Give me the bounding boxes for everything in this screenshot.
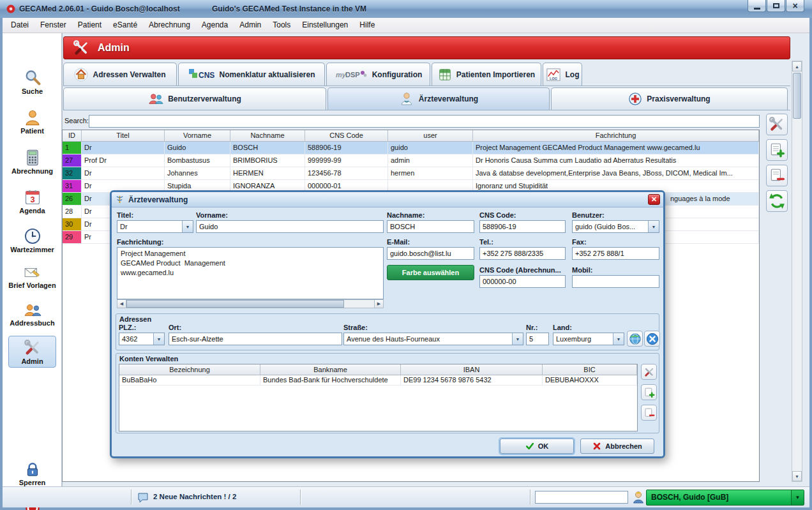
cns-code-field[interactable] [479, 220, 566, 233]
tab-benutzerverwaltung[interactable]: Benutzerverwaltung [63, 87, 326, 110]
fax-label: Fax: [572, 238, 587, 246]
tab-log[interactable]: LOG Log [543, 63, 582, 86]
map-lookup-button[interactable] [627, 331, 643, 347]
titel-select[interactable]: Dr ▼ [117, 220, 193, 233]
scroll-up-button[interactable]: ▲ [792, 61, 802, 71]
menu-patient[interactable]: Patient [72, 18, 107, 33]
sidebar-item-patient[interactable]: Patient [3, 109, 62, 135]
medical-cross-icon [628, 92, 642, 106]
admin-header-banner: Admin [63, 36, 790, 59]
tab-praxisverwaltung[interactable]: Praxisverwaltung [551, 87, 788, 110]
sidebar-item-admin[interactable]: Admin [8, 336, 56, 368]
dialog-close-button[interactable]: ✕ [648, 194, 660, 205]
scroll-left-button[interactable]: ◀ [117, 300, 126, 308]
row-color-badge: 26 [63, 193, 82, 205]
row-color-badge: 1 [63, 142, 82, 154]
remove-doctor-button[interactable] [766, 165, 788, 186]
table-row-hermen[interactable]: 32 Dr Johannes HERMEN 123456-78 hermen J… [63, 167, 759, 180]
tab-aerzteverwaltung[interactable]: Ärzteverwaltung [327, 87, 550, 110]
fachrichtung-textarea[interactable]: Project Management GECAMed Product Manag… [117, 247, 384, 299]
dialog-title: Ärzteverwaltung [128, 195, 188, 204]
statusbar-input[interactable] [535, 491, 628, 504]
land-select[interactable]: Luxemburg ▼ [553, 333, 624, 345]
land-label: Land: [553, 324, 572, 331]
tel-field[interactable] [479, 247, 566, 260]
scrollbar-thumb[interactable] [793, 73, 801, 119]
email-field[interactable] [387, 247, 474, 260]
strasse-select[interactable]: Avenue des Hauts-Fourneaux ▼ [343, 333, 523, 345]
svg-text:CNS: CNS [199, 71, 214, 80]
chevron-down-icon: ▼ [613, 333, 624, 345]
hscrollbar-thumb[interactable] [126, 300, 344, 308]
refresh-doctors-button[interactable] [766, 190, 788, 212]
row-color-badge: 31 [63, 180, 82, 192]
mobil-field[interactable] [572, 275, 659, 288]
nr-field[interactable] [526, 333, 549, 345]
table-row-brimborius[interactable]: 27 Prof Dr Bombastusus BRIMBORIUS 999999… [63, 154, 759, 167]
konto-row[interactable]: BuBaBaHo Bundes Bad-Bank für Hochverschu… [119, 375, 637, 386]
menu-einstellungen[interactable]: Einstellungen [296, 18, 354, 33]
menu-tools[interactable]: Tools [267, 18, 296, 33]
search-label: Search: [64, 117, 89, 124]
fachrichtung-hscrollbar: ◀ ▶ [117, 299, 384, 308]
ok-button[interactable]: OK [500, 439, 574, 454]
cns-abrechnung-field[interactable] [479, 275, 566, 288]
ort-field[interactable] [169, 333, 342, 345]
menu-abrechnung[interactable]: Abrechnung [143, 18, 196, 33]
remove-konto-button[interactable] [641, 405, 657, 421]
konten-group: Konten Verwalten Bezeichnung Bankname IB… [116, 353, 659, 433]
menu-agenda[interactable]: Agenda [196, 18, 234, 33]
sidebar-item-abrechnung[interactable]: Abrechnung [3, 149, 62, 175]
edit-doctor-button[interactable] [766, 114, 788, 135]
menu-datei[interactable]: Datei [5, 18, 34, 33]
titel-label: Titel: [117, 211, 133, 219]
add-konto-button[interactable] [641, 384, 657, 400]
nachname-field[interactable] [387, 220, 474, 233]
abbrechen-button[interactable]: Abbrechen [580, 439, 654, 454]
fax-field[interactable] [572, 247, 659, 260]
tab-cns-nomenklatur[interactable]: CNS Nomenklatur aktualisieren [178, 63, 325, 86]
letter-icon [24, 264, 41, 281]
tab-adressen-verwalten[interactable]: Adressen Verwalten [63, 63, 177, 86]
scroll-right-button[interactable]: ▶ [374, 300, 383, 308]
add-icon [643, 387, 655, 398]
search-input[interactable] [89, 115, 760, 128]
edit-konto-button[interactable] [641, 364, 657, 380]
menu-admin[interactable]: Admin [234, 18, 267, 33]
benutzer-select[interactable]: guido (Guido Bos... ▼ [572, 220, 659, 233]
sidebar-item-brief-vorlagen[interactable]: Brief Vorlagen [3, 264, 62, 289]
sidebar-item-sperren[interactable]: Sperren [3, 461, 62, 486]
statusbar: 2 Neue Nachrichten ! / 2 BOSCH, Guido [G… [3, 486, 809, 507]
refresh-icon [769, 193, 785, 209]
maximize-button[interactable] [767, 0, 785, 12]
maximize-icon [773, 3, 779, 8]
tab-patienten-importieren[interactable]: Patienten Importieren [432, 63, 541, 86]
menu-hilfe[interactable]: Hilfe [354, 18, 380, 33]
plz-select[interactable]: 4362 ▼ [119, 333, 165, 345]
wrench-screwdriver-icon [769, 116, 785, 133]
new-messages-status[interactable]: 2 Neue Nachrichten ! / 2 [153, 493, 236, 500]
menu-esante[interactable]: eSanté [107, 18, 143, 33]
konten-table-header: Bezeichnung Bankname IBAN BIC [119, 364, 637, 375]
row-color-badge: 32 [63, 167, 82, 179]
vorname-field[interactable] [196, 220, 384, 233]
menu-fenster[interactable]: Fenster [34, 18, 72, 33]
close-button[interactable]: × [786, 0, 804, 12]
sidebar-item-wartezimmer[interactable]: Wartezimmer [3, 227, 62, 253]
gecamed-logo-icon [6, 4, 16, 14]
current-user-select[interactable]: BOSCH, Guido [GuB] ▼ [646, 490, 804, 506]
tab-mydsp-konfiguration[interactable]: my DSP Konfiguration [326, 63, 430, 86]
sidebar-item-addressbuch[interactable]: Addressbuch [3, 302, 62, 327]
addressbook-icon [24, 302, 41, 319]
table-row-bosch[interactable]: 1 Dr Guido BOSCH 588906-19 guido Project… [63, 142, 759, 154]
sidebar-item-agenda[interactable]: 3 Agenda [3, 188, 62, 214]
clear-address-button[interactable] [644, 331, 660, 347]
farbe-auswaehlen-button[interactable]: Farbe auswählen [387, 265, 474, 280]
add-doctor-button[interactable] [766, 139, 788, 161]
caduceus-icon [115, 195, 124, 204]
sidebar-item-suche[interactable]: Suche [3, 69, 62, 95]
scroll-down-button[interactable]: ▼ [792, 471, 802, 481]
ort-label: Ort: [169, 324, 181, 331]
lock-icon [24, 461, 41, 478]
minimize-button[interactable] [748, 0, 766, 12]
